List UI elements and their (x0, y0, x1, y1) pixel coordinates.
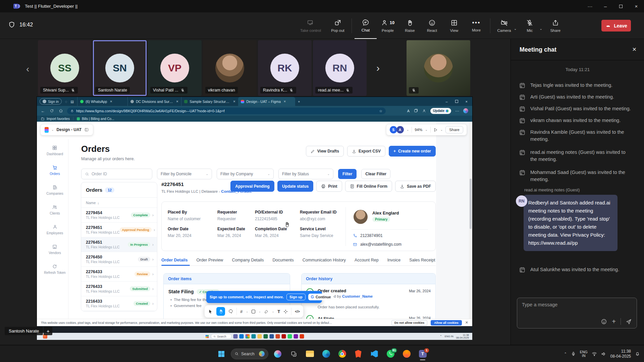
component-tool-icon[interactable] (283, 309, 288, 314)
present-icon[interactable] (433, 128, 438, 132)
move-tool-icon[interactable] (208, 309, 213, 314)
cookie-close-icon[interactable]: ✕ (465, 320, 468, 325)
order-id-input[interactable] (92, 172, 145, 176)
figma-share-button[interactable]: Share (445, 126, 463, 133)
shared-start-icon[interactable] (205, 335, 209, 339)
continue-with-google-button[interactable]: GContinue (308, 294, 334, 300)
save-as-pdf-button[interactable]: Save as PDF (395, 181, 436, 192)
participant-tile[interactable]: RK Ravindra K... (258, 40, 312, 96)
whatsapp-icon[interactable]: 81 (384, 347, 397, 361)
browser-settings-icon[interactable]: ··· (455, 109, 459, 113)
fill-online-form-button[interactable]: Fill Online Form (345, 181, 392, 192)
browser-tab-active[interactable]: Design - UAT – Figma✕ (238, 97, 295, 106)
print-button[interactable]: Print (316, 181, 342, 192)
tray-chevron-icon[interactable]: ⌃ (564, 352, 567, 356)
present-chevron-icon[interactable]: ⌄ (440, 128, 443, 131)
new-tab-icon[interactable]: + (298, 100, 300, 104)
chat-button[interactable]: Chat (355, 12, 377, 39)
home-icon[interactable] (59, 109, 63, 113)
favorite-star-icon[interactable]: ☆ (379, 109, 382, 113)
approval-pending-button[interactable]: Approval Pending (230, 181, 274, 192)
bookmark-item[interactable]: Import favorites (47, 117, 70, 121)
chat-app-icon[interactable] (400, 347, 413, 361)
refresh-icon[interactable] (50, 109, 54, 113)
tiles-scroll-left-icon[interactable]: ‹ (26, 64, 29, 74)
tab-close-icon[interactable]: ✕ (176, 100, 179, 103)
window-minimize-button[interactable]: – (598, 0, 613, 12)
start-button[interactable] (215, 347, 228, 361)
collaborator-avatar[interactable]: S (390, 126, 397, 133)
contact-email[interactable]: alex@vstatefilings.com (360, 242, 401, 247)
tray-mic-icon[interactable] (571, 351, 576, 356)
order-row[interactable]: 2279451TL Flex Holdings LLC Approval Pen… (81, 223, 157, 237)
tab-invoice[interactable]: Invoice (387, 258, 401, 262)
edge-icon[interactable] (319, 347, 333, 361)
sidebar-item-companies[interactable]: Companies (46, 185, 63, 195)
send-icon[interactable] (626, 318, 632, 325)
order-row[interactable]: 2276433TL Flex Holdings LLC Submitted› (81, 282, 157, 296)
tab-close-icon[interactable]: ✕ (283, 100, 286, 103)
participant-tile[interactable]: SN Santosh Narate (93, 40, 147, 96)
deny-cookies-button[interactable]: Do not allow cookies (391, 320, 428, 325)
tab-order-details[interactable]: Order Details (161, 258, 188, 262)
language-indicator[interactable]: ENGIN (580, 350, 588, 358)
order-row[interactable]: 2279454TL Flex Holdings LLC Complete› (81, 208, 157, 223)
sidebar-item-dashboard[interactable]: Dashboard (47, 145, 63, 156)
pin-presenter-icon[interactable]: + (44, 327, 52, 335)
react-button[interactable]: React (421, 12, 443, 39)
signup-button[interactable]: Sign up (286, 294, 306, 300)
shared-app-icon[interactable] (246, 334, 250, 339)
create-new-order-button[interactable]: + Create new order (389, 146, 436, 157)
view-button[interactable]: View (443, 12, 465, 39)
shared-app-icon[interactable] (276, 334, 280, 339)
shared-app-icon[interactable] (258, 334, 262, 339)
teams-taskbar-icon[interactable]: T 1 (416, 347, 429, 361)
tab-documents[interactable]: Documents (273, 258, 294, 262)
page-scrollbar[interactable] (469, 122, 472, 326)
vscode-icon[interactable] (368, 347, 381, 361)
shared-app-icon[interactable] (282, 334, 286, 339)
more-button[interactable]: ••• More (465, 12, 487, 39)
wifi-icon[interactable] (592, 351, 597, 357)
customer-name-link[interactable]: Customer_Name (342, 294, 373, 298)
sidebar-item-refresh-token[interactable]: Refresh Token (44, 264, 65, 275)
taskbar-search-box[interactable]: Search (231, 349, 268, 359)
column-header[interactable]: Name (86, 201, 96, 205)
zoom-level[interactable]: 94% (415, 128, 422, 132)
vertical-tabs-icon[interactable]: ▤ (70, 100, 74, 104)
clear-filter-button[interactable]: Clear Filter (361, 169, 390, 179)
shared-app-icon[interactable] (233, 334, 238, 339)
tab-communication-history[interactable]: Communication History (303, 258, 346, 262)
chrome-icon[interactable] (335, 347, 349, 361)
leave-button[interactable]: Leave (601, 20, 631, 32)
window-maximize-button[interactable] (613, 0, 629, 12)
layout-columns-icon[interactable] (84, 127, 89, 132)
text-tool-icon[interactable]: T (277, 309, 280, 314)
hand-tool-active[interactable] (216, 307, 225, 316)
zoom-chevron-icon[interactable]: ⌄ (425, 128, 428, 131)
sort-desc-icon[interactable]: ↓ (97, 201, 99, 205)
tab-sales-receipt[interactable]: Sales Receipt (409, 258, 435, 262)
sidebar-item-vendors[interactable]: Vendors (49, 244, 61, 255)
allow-cookies-button[interactable]: Allow all cookies (431, 320, 462, 325)
shape-tool-icon[interactable] (252, 310, 255, 313)
mic-button[interactable]: Mic (519, 12, 541, 39)
shared-app-icon[interactable] (294, 334, 298, 339)
filter-domicile-dropdown[interactable]: Filter by Domicile⌄ (157, 169, 212, 179)
update-status-button[interactable]: Update status (277, 181, 313, 192)
shared-app-icon[interactable] (252, 334, 256, 339)
mic-chevron-icon[interactable]: ⌄ (539, 27, 542, 31)
window-more-icon[interactable]: ··· (582, 0, 598, 12)
shared-tray-chevron-icon[interactable]: ⌃ (440, 335, 442, 338)
share-button[interactable]: Share (544, 12, 567, 39)
copilot-icon[interactable] (463, 108, 468, 113)
profile-icon[interactable] (422, 109, 426, 113)
sidebar-item-employees[interactable]: Employees (47, 224, 63, 235)
workspaces-icon[interactable]: ◌ (65, 100, 67, 104)
tab-close-icon[interactable]: ✕ (110, 100, 112, 103)
browser-tab[interactable]: (6) WhatsApp✕ (77, 97, 127, 106)
browser-tab[interactable]: Sample Salary Structure with calc✕ (181, 97, 238, 106)
participant-tile[interactable]: VP Vishal Patil ... (148, 40, 202, 96)
browser-profile-button[interactable]: Sign in (40, 98, 62, 105)
pen-chevron-icon[interactable]: ⌄ (272, 310, 274, 313)
